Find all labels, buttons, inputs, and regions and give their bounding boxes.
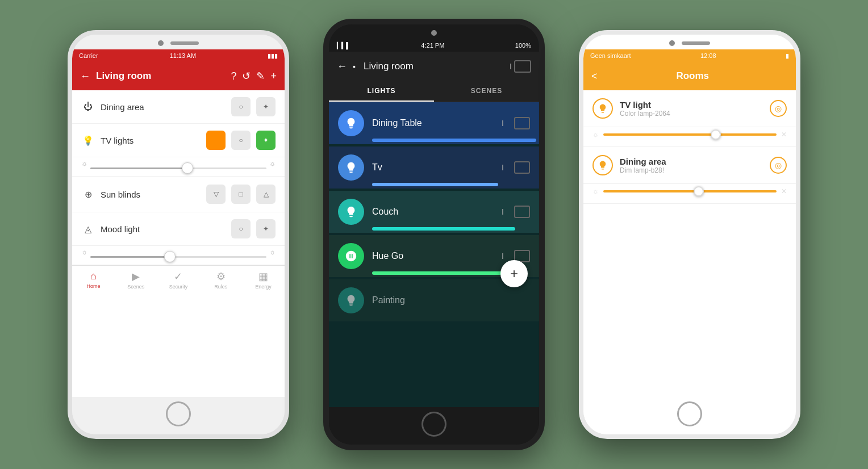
p1-dining-btn2[interactable]: ✦ [256,97,276,116]
p3-dining-info: Dining area Dim lamp-b28! [620,157,763,174]
p1-moodlight-slider-row: ☼ ☼ [72,246,285,265]
p1-tab-security[interactable]: ✓ Security [157,266,200,294]
p1-energy-icon: ▦ [258,270,268,283]
p2-battery: 100% [515,42,531,49]
p1-blinds-up[interactable]: △ [256,185,276,204]
p2-item-tv[interactable]: Tv I [329,146,539,189]
p3-dining-name: Dining area [620,157,763,166]
p3-battery: ▮ [786,52,789,60]
p1-bulb-icon: 💡 [81,133,95,147]
p1-tab-scenes-label: Scenes [127,284,144,290]
p1-moodlight-slider-icons: ☼ ☼ [81,248,276,256]
p1-header: ← Living room ? ↺ ✎ + [72,62,285,90]
p1-blinds-down[interactable]: ▽ [206,185,226,204]
p3-camera-dot [669,40,675,46]
p3-status-bar: Geen simkaart 12:08 ▮ [583,49,796,62]
p2-add-button[interactable]: + [500,260,528,287]
p2-home-button[interactable] [422,412,446,437]
phone-3-top [583,35,796,49]
phone-2-bottom [329,407,539,445]
p3-header: < Rooms [583,62,796,90]
p1-refresh-icon[interactable]: ↺ [242,70,251,82]
p3-dining-slider-container: ☼ ✕ [583,184,796,204]
p3-back-button[interactable]: < [591,70,598,82]
p1-tab-home-label: Home [86,283,100,289]
p1-blinds-icon: ⊕ [81,187,95,201]
speaker-bar [170,41,199,45]
p2-couch-toggle[interactable] [514,206,530,218]
p1-tvlights-btn2[interactable]: ✦ [256,131,276,150]
p2-bar-couch [372,227,515,231]
p1-tv-color-swatch[interactable] [206,131,226,150]
p2-dining-label: Dining Table [372,118,494,128]
p2-room-title: Living room [364,61,504,72]
p2-circle-tv [338,154,364,181]
p2-huego-i: I [502,252,504,261]
p1-time: 11:13 AM [170,52,196,59]
p2-camera-dot [431,30,437,36]
p2-item-dining[interactable]: Dining Table I [329,102,539,144]
p1-moodlight-label: Mood light [101,224,226,234]
p1-back-button[interactable]: ← [80,70,90,82]
p1-tab-home[interactable]: ⌂ Home [72,266,115,294]
p1-dining-btn1[interactable]: ○ [231,97,251,116]
p2-toggle-box[interactable] [514,60,531,73]
p3-tvlight-slider-container: ☼ ✕ [583,127,796,147]
p2-item-couch[interactable]: Couch I [329,191,539,233]
p1-dining-row: ⏻ Dining area ○ ✦ [72,90,285,124]
p2-painting-label: Painting [372,295,530,305]
p3-tvlight-target[interactable]: ◎ [770,100,787,117]
p1-mood-sun-right: ☼ [269,248,276,256]
p2-huego-label: Hue Go [372,251,494,261]
p2-time: 4:21 PM [421,42,444,49]
p1-tab-scenes[interactable]: ▶ Scenes [115,266,157,294]
p1-moodlight-btn2[interactable]: ✦ [256,219,276,238]
p1-tab-rules[interactable]: ⚙ Rules [199,266,242,294]
p1-edit-icon[interactable]: ✎ [256,70,265,82]
p1-home-button[interactable] [166,401,191,426]
p3-tvlight-sun-right: ✕ [781,131,787,139]
p2-couch-label: Couch [372,207,494,217]
p1-moodlight-icon: ◬ [81,222,95,236]
p3-dining-target[interactable]: ◎ [770,157,787,174]
p1-moodlight-btn1[interactable]: ○ [231,219,251,238]
phone-2-screen: ▎▍▌ 4:21 PM 100% ← ▪ Living room I LIGHT… [329,39,539,407]
p1-tvlights-row: 💡 TV lights ○ ✦ [72,124,285,157]
p1-room-title: Living room [96,70,225,82]
p2-bar-huego [372,271,519,275]
p1-content: ⏻ Dining area ○ ✦ 💡 TV lights ○ ✦ ☼ ☼ [72,90,285,265]
p2-lights-list: Dining Table I Tv I Couch [329,102,539,321]
p2-tab-lights[interactable]: LIGHTS [329,81,434,102]
p2-dining-toggle[interactable] [514,117,530,129]
p1-blinds-label: Sun blinds [101,190,201,199]
p2-tab-scenes[interactable]: SCENES [434,81,539,102]
p2-back-button[interactable]: ← [337,61,347,73]
p3-dining-item: Dining area Dim lamp-b28! ◎ [583,147,796,184]
p3-tvlight-slider[interactable] [603,133,777,136]
p1-mood-sun-left: ☼ [81,248,87,256]
p1-help-icon[interactable]: ? [231,70,236,82]
p1-tab-security-label: Security [169,284,188,290]
p2-signal: ▎▍▌ [337,42,350,49]
p1-tvlights-slider[interactable] [90,168,266,169]
p1-power-icon: ⏻ [81,100,95,114]
p3-home-button[interactable] [677,401,702,426]
p1-moodlight-slider[interactable] [90,256,266,258]
p2-circle-couch [338,199,364,225]
p2-tv-toggle[interactable] [514,161,530,174]
p1-tvlights-label: TV lights [101,136,201,145]
p1-add-icon[interactable]: + [270,70,277,82]
p2-power-toggle[interactable]: I [510,60,531,73]
p1-tab-energy[interactable]: ▦ Energy [242,266,285,294]
p3-dining-sun-right: ✕ [781,187,787,195]
phone-3-bottom [583,397,796,434]
p3-dining-slider[interactable] [603,190,777,192]
p1-tvlights-btn1[interactable]: ○ [231,131,251,150]
p1-tab-rules-label: Rules [214,284,227,290]
p1-tab-bar: ⌂ Home ▶ Scenes ✓ Security ⚙ Rules ▦ Ene… [72,265,285,294]
p3-dining-icon [592,155,613,175]
p2-header: ← ▪ Living room I [329,52,539,81]
p3-carrier: Geen simkaart [590,52,631,59]
p1-blinds-stop[interactable]: □ [231,185,251,204]
p1-status-bar: Carrier 11:13 AM ▮▮▮ [72,49,285,62]
